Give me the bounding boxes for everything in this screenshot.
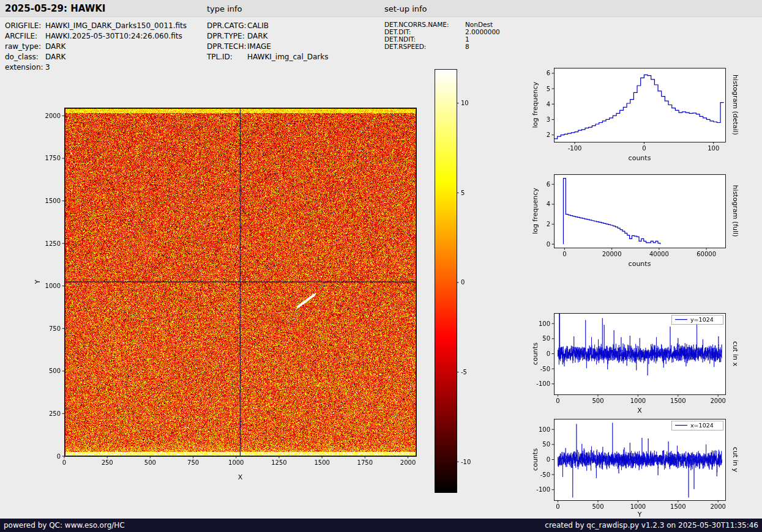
meta-row: DET.RSPEED:8	[384, 43, 500, 50]
meta-value: CALIB	[247, 21, 269, 31]
meta-row: ARCFILE:HAWKI.2025-05-30T10:24:26.060.fi…	[5, 31, 187, 42]
meta-key: DPR.TYPE:	[207, 31, 247, 42]
meta-row: TPL.ID:HAWKI_img_cal_Darks	[207, 52, 329, 62]
meta-value: DARK	[45, 42, 65, 52]
meta-row: raw_type:DARK	[5, 42, 187, 52]
meta-key: DET.NCORRS.NAME:	[384, 21, 465, 28]
histogram-full-plot	[532, 168, 744, 278]
meta-value: 2.0000000	[465, 28, 500, 35]
meta-key: DPR.TECH:	[207, 42, 247, 52]
meta-key: raw_type:	[5, 42, 45, 52]
meta-value: HAWKI_IMG_DARK_Darks150_0011.fits	[45, 21, 187, 31]
page-title: 2025-05-29: HAWKI	[5, 3, 105, 14]
meta-key: DET.NDIT:	[384, 35, 465, 43]
meta-value: HAWKI.2025-05-30T10:24:26.060.fits	[45, 31, 182, 42]
meta-row: DET.DIT:2.0000000	[384, 28, 500, 35]
meta-key: ARCFILE:	[5, 31, 45, 42]
cut-in-y-plot	[532, 410, 744, 529]
header-bar: 2025-05-29: HAWKI type info set-up info	[0, 0, 762, 17]
meta-value: DARK	[247, 31, 267, 42]
colorbar	[428, 64, 477, 501]
cut-in-x-plot	[532, 305, 744, 422]
meta-row: ORIGFILE:HAWKI_IMG_DARK_Darks150_0011.fi…	[5, 21, 187, 31]
meta-row: DPR.TECH:IMAGE	[207, 42, 329, 52]
type-info-metadata: DPR.CATG:CALIB DPR.TYPE:DARK DPR.TECH:IM…	[207, 21, 329, 62]
footer-bar: powered by QC: www.eso.org/HC created by…	[0, 519, 762, 532]
meta-key: ORIGFILE:	[5, 21, 45, 31]
footer-left-text: powered by QC: www.eso.org/HC	[4, 521, 125, 530]
meta-key: DET.RSPEED:	[384, 43, 465, 50]
meta-key: DPR.CATG:	[207, 21, 247, 31]
setup-info-heading: set-up info	[384, 4, 427, 13]
meta-key: do_class:	[5, 52, 45, 62]
meta-value: HAWKI_img_cal_Darks	[247, 52, 329, 62]
dark-frame-image-plot	[24, 66, 428, 494]
file-metadata: ORIGFILE:HAWKI_IMG_DARK_Darks150_0011.fi…	[5, 21, 187, 73]
histogram-detail-plot	[532, 61, 744, 174]
meta-row: do_class:DARK	[5, 52, 187, 62]
meta-row: DET.NDIT:1	[384, 35, 500, 43]
meta-value: 1	[465, 35, 469, 43]
meta-value: NonDest	[465, 21, 493, 28]
meta-row: DPR.CATG:CALIB	[207, 21, 329, 31]
type-info-heading: type info	[207, 4, 242, 13]
meta-key: TPL.ID:	[207, 52, 247, 62]
meta-row: DPR.TYPE:DARK	[207, 31, 329, 42]
meta-value: DARK	[45, 52, 65, 62]
meta-value: 8	[465, 43, 469, 50]
footer-right-text: created by qc_rawdisp.py v1.2.3 on 2025-…	[545, 521, 758, 530]
meta-key: DET.DIT:	[384, 28, 465, 35]
setup-info-metadata: DET.NCORRS.NAME:NonDest DET.DIT:2.000000…	[384, 21, 500, 50]
meta-row: DET.NCORRS.NAME:NonDest	[384, 21, 500, 28]
meta-value: IMAGE	[247, 42, 271, 52]
